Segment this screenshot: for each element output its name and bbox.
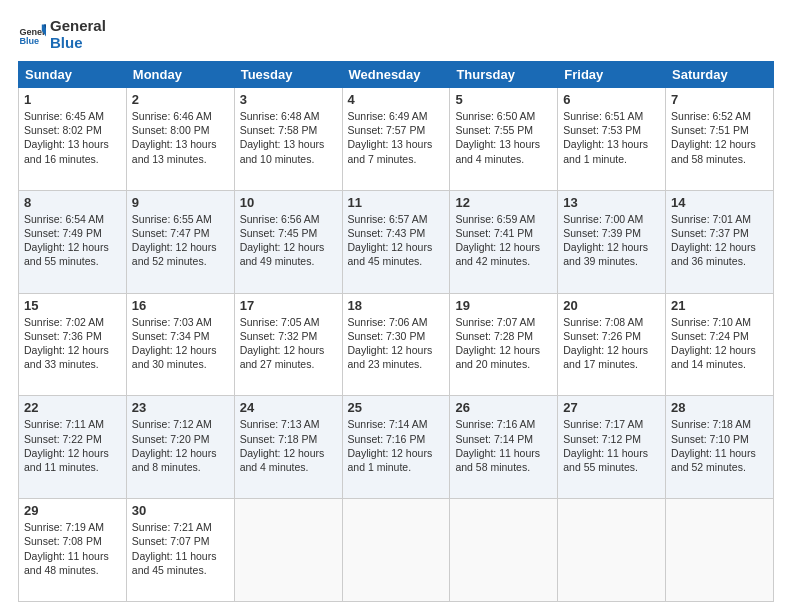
daylight: Daylight: 12 hours and 23 minutes. [348,344,433,370]
logo-icon: General Blue [18,21,46,49]
daylight: Daylight: 12 hours and 14 minutes. [671,344,756,370]
day-number: 27 [563,400,660,415]
calendar-day: 3 Sunrise: 6:48 AM Sunset: 7:58 PM Dayli… [234,88,342,191]
day-number: 16 [132,298,229,313]
calendar-day: 5 Sunrise: 6:50 AM Sunset: 7:55 PM Dayli… [450,88,558,191]
calendar-day [342,499,450,602]
day-info: Sunrise: 6:49 AM Sunset: 7:57 PM Dayligh… [348,109,445,166]
sunrise: Sunrise: 7:08 AM [563,316,643,328]
daylight: Daylight: 13 hours and 16 minutes. [24,138,109,164]
calendar-day: 18 Sunrise: 7:06 AM Sunset: 7:30 PM Dayl… [342,293,450,396]
sunset: Sunset: 7:45 PM [240,227,318,239]
day-info: Sunrise: 6:50 AM Sunset: 7:55 PM Dayligh… [455,109,552,166]
sunrise: Sunrise: 6:49 AM [348,110,428,122]
day-info: Sunrise: 7:17 AM Sunset: 7:12 PM Dayligh… [563,417,660,474]
day-number: 23 [132,400,229,415]
day-number: 15 [24,298,121,313]
sunrise: Sunrise: 7:19 AM [24,521,104,533]
sunrise: Sunrise: 6:45 AM [24,110,104,122]
day-number: 12 [455,195,552,210]
day-info: Sunrise: 7:11 AM Sunset: 7:22 PM Dayligh… [24,417,121,474]
daylight: Daylight: 11 hours and 55 minutes. [563,447,648,473]
daylight: Daylight: 12 hours and 4 minutes. [240,447,325,473]
calendar-day: 8 Sunrise: 6:54 AM Sunset: 7:49 PM Dayli… [19,190,127,293]
day-info: Sunrise: 7:02 AM Sunset: 7:36 PM Dayligh… [24,315,121,372]
sunrise: Sunrise: 7:17 AM [563,418,643,430]
sunset: Sunset: 7:55 PM [455,124,533,136]
calendar-day [558,499,666,602]
weekday-header: Tuesday [234,62,342,88]
calendar-week: 22 Sunrise: 7:11 AM Sunset: 7:22 PM Dayl… [19,396,774,499]
calendar-day: 25 Sunrise: 7:14 AM Sunset: 7:16 PM Dayl… [342,396,450,499]
logo-blue: Blue [50,35,106,52]
day-number: 10 [240,195,337,210]
sunset: Sunset: 7:07 PM [132,535,210,547]
day-info: Sunrise: 7:08 AM Sunset: 7:26 PM Dayligh… [563,315,660,372]
day-info: Sunrise: 7:07 AM Sunset: 7:28 PM Dayligh… [455,315,552,372]
header-row: SundayMondayTuesdayWednesdayThursdayFrid… [19,62,774,88]
sunrise: Sunrise: 7:18 AM [671,418,751,430]
sunset: Sunset: 7:53 PM [563,124,641,136]
sunrise: Sunrise: 7:00 AM [563,213,643,225]
calendar-day: 6 Sunrise: 6:51 AM Sunset: 7:53 PM Dayli… [558,88,666,191]
day-info: Sunrise: 7:03 AM Sunset: 7:34 PM Dayligh… [132,315,229,372]
day-number: 17 [240,298,337,313]
calendar-table: SundayMondayTuesdayWednesdayThursdayFrid… [18,61,774,602]
weekday-header: Friday [558,62,666,88]
daylight: Daylight: 12 hours and 49 minutes. [240,241,325,267]
calendar-day: 30 Sunrise: 7:21 AM Sunset: 7:07 PM Dayl… [126,499,234,602]
day-number: 19 [455,298,552,313]
sunrise: Sunrise: 6:51 AM [563,110,643,122]
calendar-day: 19 Sunrise: 7:07 AM Sunset: 7:28 PM Dayl… [450,293,558,396]
sunset: Sunset: 7:16 PM [348,433,426,445]
day-info: Sunrise: 7:18 AM Sunset: 7:10 PM Dayligh… [671,417,768,474]
calendar-day: 11 Sunrise: 6:57 AM Sunset: 7:43 PM Dayl… [342,190,450,293]
daylight: Daylight: 11 hours and 48 minutes. [24,550,109,576]
day-info: Sunrise: 7:14 AM Sunset: 7:16 PM Dayligh… [348,417,445,474]
day-number: 20 [563,298,660,313]
sunset: Sunset: 7:34 PM [132,330,210,342]
calendar-day [234,499,342,602]
weekday-header: Sunday [19,62,127,88]
day-number: 28 [671,400,768,415]
daylight: Daylight: 13 hours and 4 minutes. [455,138,540,164]
sunrise: Sunrise: 6:54 AM [24,213,104,225]
daylight: Daylight: 12 hours and 20 minutes. [455,344,540,370]
weekday-header: Thursday [450,62,558,88]
calendar-day: 16 Sunrise: 7:03 AM Sunset: 7:34 PM Dayl… [126,293,234,396]
day-number: 18 [348,298,445,313]
daylight: Daylight: 13 hours and 7 minutes. [348,138,433,164]
day-info: Sunrise: 6:56 AM Sunset: 7:45 PM Dayligh… [240,212,337,269]
day-info: Sunrise: 7:16 AM Sunset: 7:14 PM Dayligh… [455,417,552,474]
sunset: Sunset: 7:10 PM [671,433,749,445]
calendar-day: 26 Sunrise: 7:16 AM Sunset: 7:14 PM Dayl… [450,396,558,499]
day-number: 7 [671,92,768,107]
sunrise: Sunrise: 7:10 AM [671,316,751,328]
calendar-week: 15 Sunrise: 7:02 AM Sunset: 7:36 PM Dayl… [19,293,774,396]
day-number: 9 [132,195,229,210]
weekday-header: Saturday [666,62,774,88]
sunrise: Sunrise: 6:59 AM [455,213,535,225]
sunset: Sunset: 7:20 PM [132,433,210,445]
calendar-day: 28 Sunrise: 7:18 AM Sunset: 7:10 PM Dayl… [666,396,774,499]
calendar-day: 1 Sunrise: 6:45 AM Sunset: 8:02 PM Dayli… [19,88,127,191]
sunrise: Sunrise: 6:56 AM [240,213,320,225]
sunset: Sunset: 7:37 PM [671,227,749,239]
sunrise: Sunrise: 6:50 AM [455,110,535,122]
calendar-day: 23 Sunrise: 7:12 AM Sunset: 7:20 PM Dayl… [126,396,234,499]
day-info: Sunrise: 6:54 AM Sunset: 7:49 PM Dayligh… [24,212,121,269]
logo: General Blue General Blue [18,18,106,51]
sunrise: Sunrise: 7:05 AM [240,316,320,328]
calendar-day: 12 Sunrise: 6:59 AM Sunset: 7:41 PM Dayl… [450,190,558,293]
calendar-day: 7 Sunrise: 6:52 AM Sunset: 7:51 PM Dayli… [666,88,774,191]
day-number: 30 [132,503,229,518]
day-info: Sunrise: 6:48 AM Sunset: 7:58 PM Dayligh… [240,109,337,166]
daylight: Daylight: 13 hours and 1 minute. [563,138,648,164]
calendar-week: 29 Sunrise: 7:19 AM Sunset: 7:08 PM Dayl… [19,499,774,602]
sunrise: Sunrise: 7:02 AM [24,316,104,328]
sunset: Sunset: 7:24 PM [671,330,749,342]
calendar-week: 1 Sunrise: 6:45 AM Sunset: 8:02 PM Dayli… [19,88,774,191]
sunset: Sunset: 7:08 PM [24,535,102,547]
sunset: Sunset: 8:00 PM [132,124,210,136]
sunrise: Sunrise: 7:12 AM [132,418,212,430]
